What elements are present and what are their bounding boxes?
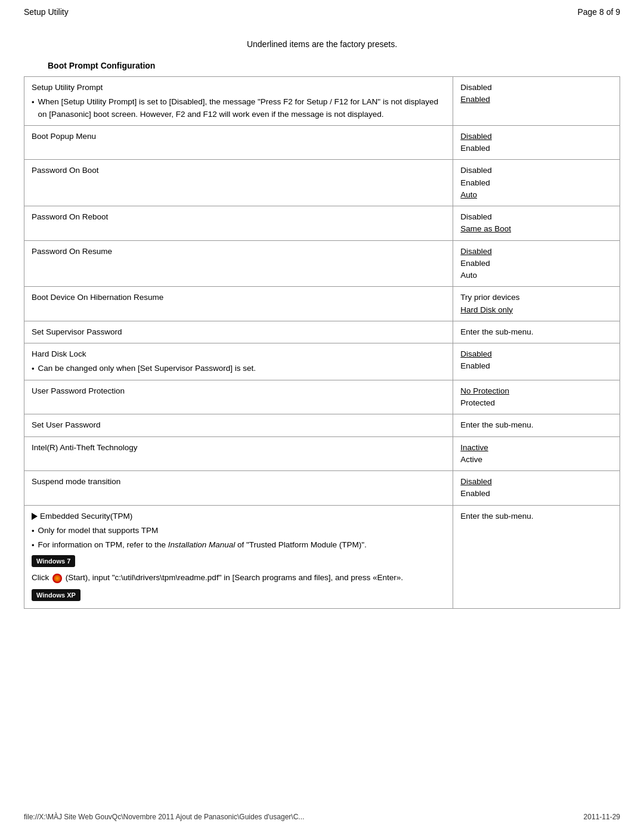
main-table: Setup Utility Prompt•When [Setup Utility… xyxy=(24,76,620,609)
table-cell-left: Embedded Security(TPM)•Only for model th… xyxy=(24,505,453,609)
row-title: Intel(R) Anti-Theft Technology xyxy=(32,442,445,454)
bullet-text: Only for model that supports TPM xyxy=(38,525,446,537)
table-row: Hard Disk Lock•Can be changed only when … xyxy=(24,343,620,380)
right-option: Disabled xyxy=(460,476,612,488)
table-cell-right: Enter the sub-menu. xyxy=(453,321,620,343)
table-cell-left: Password On Reboot xyxy=(24,206,453,241)
table-row: Password On BootDisabledEnabledAuto xyxy=(24,160,620,206)
row-title: User Password Protection xyxy=(32,385,445,397)
table-cell-left: Boot Popup Menu xyxy=(24,125,453,160)
row-title: Set Supervisor Password xyxy=(32,326,445,338)
row-title: Setup Utility Prompt xyxy=(32,82,445,94)
table-cell-right: No ProtectionProtected xyxy=(453,380,620,414)
table-row: Embedded Security(TPM)•Only for model th… xyxy=(24,505,620,609)
start-icon xyxy=(52,574,62,583)
table-row: Password On ResumeDisabledEnabledAuto xyxy=(24,240,620,287)
table-row: Password On RebootDisabledSame as Boot xyxy=(24,206,620,241)
windowsxp-badge: Windows XP xyxy=(32,589,80,602)
row-title: Boot Device On Hibernation Resume xyxy=(32,292,445,304)
table-cell-left: Hard Disk Lock•Can be changed only when … xyxy=(24,343,453,380)
right-option: Same as Boot xyxy=(460,223,612,235)
table-row: Intel(R) Anti-Theft TechnologyInactiveAc… xyxy=(24,436,620,471)
header-left: Setup Utility xyxy=(24,7,69,17)
right-option: Enabled xyxy=(460,258,612,270)
section-title: Boot Prompt Configuration xyxy=(0,55,644,76)
right-option: Disabled xyxy=(460,82,612,94)
table-cell-left: Boot Device On Hibernation Resume xyxy=(24,287,453,321)
table-cell-left: Set Supervisor Password xyxy=(24,321,453,343)
bullet-item: •Can be changed only when [Set Superviso… xyxy=(32,363,445,375)
row-title: Suspend mode transition xyxy=(32,476,445,488)
bullet-text: When [Setup Utility Prompt] is set to [D… xyxy=(38,96,446,120)
table-cell-right: InactiveActive xyxy=(453,436,620,471)
table-cell-right: Enter the sub-menu. xyxy=(453,414,620,436)
right-option: Enabled xyxy=(460,488,612,500)
right-option: Active xyxy=(460,454,612,466)
bullet-dot: • xyxy=(32,540,35,552)
row-title: Set User Password xyxy=(32,419,445,431)
table-cell-right: DisabledEnabledAuto xyxy=(453,240,620,287)
bullet-dot: • xyxy=(32,363,35,375)
row-title: Password On Resume xyxy=(32,246,445,258)
bullet-dot: • xyxy=(32,525,35,537)
table-cell-right: Try prior devicesHard Disk only xyxy=(453,287,620,321)
table-cell-left: Password On Resume xyxy=(24,240,453,287)
right-option: Disabled xyxy=(460,348,612,360)
right-option: Disabled xyxy=(460,131,612,143)
table-cell-left: Set User Password xyxy=(24,414,453,436)
row-title: Embedded Security(TPM) xyxy=(32,510,445,522)
right-option: Auto xyxy=(460,189,612,201)
footer-left: file://X:\MÀJ Site Web GouvQc\Novembre 2… xyxy=(24,813,304,821)
right-option: Enabled xyxy=(460,94,612,106)
table-cell-right: Enter the sub-menu. xyxy=(453,505,620,609)
right-option: Enabled xyxy=(460,143,612,154)
table-row: Boot Device On Hibernation ResumeTry pri… xyxy=(24,287,620,321)
bullet-item: •When [Setup Utility Prompt] is set to [… xyxy=(32,96,445,120)
right-text: Enter the sub-menu. xyxy=(460,326,612,338)
table-cell-right: DisabledSame as Boot xyxy=(453,206,620,241)
table-cell-left: Intel(R) Anti-Theft Technology xyxy=(24,436,453,471)
right-option: Disabled xyxy=(460,211,612,223)
triangle-icon xyxy=(32,513,38,520)
row-title: Password On Boot xyxy=(32,165,445,176)
row-title: Hard Disk Lock xyxy=(32,348,445,360)
table-row: Suspend mode transitionDisabledEnabled xyxy=(24,471,620,506)
right-text: Enter the sub-menu. xyxy=(460,510,612,522)
footer-right: 2011-11-29 xyxy=(584,813,620,821)
right-option: Inactive xyxy=(460,442,612,454)
table-cell-right: DisabledEnabledAuto xyxy=(453,160,620,206)
header-right: Page 8 of 9 xyxy=(577,7,620,17)
table-cell-right: DisabledEnabled xyxy=(453,471,620,506)
factory-presets-note: Underlined items are the factory presets… xyxy=(0,21,644,55)
bullet-text: For information on TPM, refer to the Ins… xyxy=(38,539,446,551)
table-row: Set User PasswordEnter the sub-menu. xyxy=(24,414,620,436)
bullet-item: •Only for model that supports TPM xyxy=(32,525,445,537)
right-option: Enabled xyxy=(460,177,612,189)
bullet-dot: • xyxy=(32,97,35,109)
right-option: Auto xyxy=(460,270,612,281)
row-title: Password On Reboot xyxy=(32,211,445,223)
table-cell-left: Setup Utility Prompt•When [Setup Utility… xyxy=(24,77,453,126)
table-row: User Password ProtectionNo ProtectionPro… xyxy=(24,380,620,414)
table-row: Set Supervisor PasswordEnter the sub-men… xyxy=(24,321,620,343)
right-option: Hard Disk only xyxy=(460,304,612,316)
table-cell-left: Password On Boot xyxy=(24,160,453,206)
bullet-item: •For information on TPM, refer to the In… xyxy=(32,539,445,552)
windows7-badge: Windows 7 xyxy=(32,555,75,568)
right-option: Disabled xyxy=(460,165,612,176)
right-option: Enabled xyxy=(460,360,612,372)
table-cell-right: DisabledEnabled xyxy=(453,343,620,380)
bullet-text: Can be changed only when [Set Supervisor… xyxy=(38,363,446,374)
table-row: Boot Popup MenuDisabledEnabled xyxy=(24,125,620,160)
table-cell-right: DisabledEnabled xyxy=(453,125,620,160)
table-cell-left: User Password Protection xyxy=(24,380,453,414)
right-option: Disabled xyxy=(460,246,612,258)
right-option: Try prior devices xyxy=(460,292,612,304)
row-title: Boot Popup Menu xyxy=(32,131,445,143)
page-footer: file://X:\MÀJ Site Web GouvQc\Novembre 2… xyxy=(0,813,644,821)
windows7-text: Click (Start), input "c:\util\drivers\tp… xyxy=(32,572,445,584)
page-header: Setup Utility Page 8 of 9 xyxy=(0,0,644,21)
table-cell-right: DisabledEnabled xyxy=(453,77,620,126)
right-text: Enter the sub-menu. xyxy=(460,419,612,431)
right-option: No Protection xyxy=(460,385,612,397)
